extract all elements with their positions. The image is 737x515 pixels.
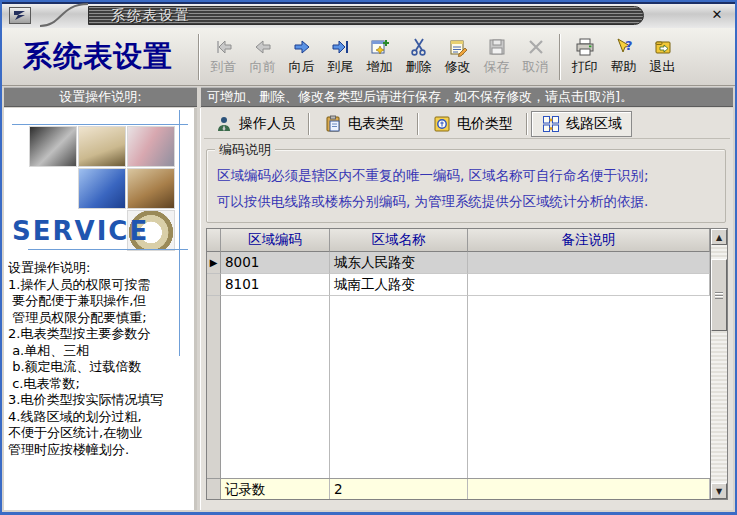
- record-count-label: 记录数: [221, 479, 330, 499]
- tab-line-areas-label: 线路区域: [566, 115, 622, 133]
- photo-pen: [78, 126, 126, 167]
- prev-record-icon: [252, 36, 274, 58]
- scrollbar-track[interactable]: [711, 245, 727, 483]
- page-title: 系统表设置: [2, 37, 194, 77]
- delete-scissors-icon: [408, 36, 430, 58]
- titlebar-curve-decoration: [32, 2, 92, 28]
- tab-operators[interactable]: 操作人员: [204, 111, 305, 137]
- instructions-text: 设置操作说明: 1.操作人员的权限可按需 要分配便于兼职操作,但 管理员权限分配…: [8, 260, 194, 510]
- cell-area-code[interactable]: 8001: [221, 252, 330, 274]
- cell-area-note[interactable]: [468, 274, 710, 296]
- last-record-button[interactable]: 到尾: [321, 32, 360, 82]
- print-button[interactable]: 打印: [565, 32, 604, 82]
- prev-record-button[interactable]: 向前: [243, 32, 282, 82]
- service-text: SERVICE: [12, 216, 149, 246]
- tab-price-types-label: 电价类型: [457, 115, 513, 133]
- save-button[interactable]: 保存: [477, 32, 516, 82]
- groupbox-line-1: 区域编码必须是辖区内不重复的唯一编码, 区域名称可自行命名便于识别;: [217, 162, 719, 188]
- toolbar-separator: [198, 34, 200, 80]
- add-record-icon: [369, 36, 391, 58]
- cell-area-note[interactable]: [468, 252, 710, 274]
- delete-record-label: 删除: [406, 58, 432, 76]
- exit-label: 退出: [650, 58, 676, 76]
- row-indicator: [207, 296, 221, 478]
- tab-separator: [308, 113, 310, 135]
- table-header-row: 区域编码 区域名称 备注说明: [207, 229, 710, 252]
- close-button[interactable]: ✕: [707, 7, 727, 24]
- code-description-groupbox: 编码说明 区域编码必须是辖区内不重复的唯一编码, 区域名称可自行命名便于识别; …: [206, 149, 726, 223]
- printer-icon: [574, 36, 596, 58]
- first-record-label: 到首: [211, 58, 237, 76]
- cell-area-code[interactable]: 8101: [221, 274, 330, 296]
- cancel-button[interactable]: 取消: [516, 32, 555, 82]
- groupbox-line-2: 可以按供电线路或楼栋分别编码, 为管理系统提供分区域统计分析的依据.: [217, 188, 719, 214]
- app-logo-icon: [9, 7, 31, 24]
- row-selected-marker: ▶: [207, 252, 221, 274]
- column-header-name[interactable]: 区域名称: [330, 229, 468, 252]
- empty-cell: [221, 296, 330, 478]
- table-header-indicator: [207, 229, 221, 252]
- window-title: 系统表设置: [89, 7, 191, 25]
- titlebar-stripe-band: 系统表设置: [88, 6, 644, 25]
- app-window: 系统表设置 ✕ 系统表设置 到首 向前 向后: [0, 0, 737, 515]
- exit-button[interactable]: 退出: [643, 32, 682, 82]
- table-row[interactable]: ▶ 8001 城东人民路变: [207, 252, 710, 274]
- table-empty-area: [207, 296, 710, 478]
- svg-text:?: ?: [625, 38, 633, 53]
- price-type-icon: [432, 114, 452, 134]
- main-panel: 操作人员 电表类型 电价类型 线路区域: [200, 108, 733, 510]
- exit-icon: [652, 36, 674, 58]
- line-area-icon: [541, 114, 561, 134]
- add-record-button[interactable]: 增加: [360, 32, 399, 82]
- last-record-label: 到尾: [328, 58, 354, 76]
- delete-record-button[interactable]: 删除: [399, 32, 438, 82]
- cell-area-name[interactable]: 城南工人路变: [330, 274, 468, 296]
- tab-line-areas[interactable]: 线路区域: [531, 111, 632, 137]
- main-toolbar: 系统表设置 到首 向前 向后 到尾: [2, 28, 735, 86]
- last-record-icon: [330, 36, 352, 58]
- collage-line: [28, 249, 188, 250]
- next-record-icon: [291, 36, 313, 58]
- table-vertical-scrollbar[interactable]: ▲ ▼: [710, 229, 727, 499]
- sidebar-header: 设置操作说明:: [4, 87, 197, 107]
- notice-text: 可增加、删除、修改各类型后请进行保存，如不保存修改，请点击[取消]。: [207, 88, 633, 106]
- first-record-icon: [213, 36, 235, 58]
- scroll-up-button[interactable]: ▲: [711, 229, 727, 245]
- sidebar-header-label: 设置操作说明:: [59, 88, 141, 106]
- scrollbar-thumb[interactable]: [711, 259, 727, 331]
- next-record-button[interactable]: 向后: [282, 32, 321, 82]
- print-label: 打印: [572, 58, 598, 76]
- cell-area-name[interactable]: 城东人民路变: [330, 252, 468, 274]
- record-count-value: 2: [330, 479, 468, 499]
- empty-cell: [330, 296, 468, 478]
- tab-operators-label: 操作人员: [239, 115, 295, 133]
- service-collage-image: SERVICE: [4, 108, 194, 256]
- table-row[interactable]: 8101 城南工人路变: [207, 274, 710, 296]
- edit-record-label: 修改: [445, 58, 471, 76]
- scroll-down-button[interactable]: ▼: [711, 483, 727, 499]
- column-header-note[interactable]: 备注说明: [468, 229, 710, 252]
- meter-type-icon: [323, 114, 343, 134]
- operator-icon: [214, 114, 234, 134]
- edit-record-button[interactable]: 修改: [438, 32, 477, 82]
- title-bar: 系统表设置 ✕: [2, 2, 735, 28]
- add-record-label: 增加: [367, 58, 393, 76]
- collage-line: [12, 124, 188, 125]
- cancel-x-icon: [525, 36, 547, 58]
- column-header-code[interactable]: 区域编码: [221, 229, 330, 252]
- groupbox-title: 编码说明: [215, 141, 275, 159]
- save-label: 保存: [484, 58, 510, 76]
- help-cursor-icon: ?: [613, 36, 635, 58]
- footer-empty-cell: [468, 479, 710, 499]
- category-tabs: 操作人员 电表类型 电价类型 线路区域: [204, 110, 730, 139]
- photo-tools: [29, 126, 77, 167]
- scrollbar-grip: [715, 292, 723, 299]
- help-button[interactable]: ? 帮助: [604, 32, 643, 82]
- tab-meter-types[interactable]: 电表类型: [313, 111, 414, 137]
- notice-bar: 可增加、删除、修改各类型后请进行保存，如不保存修改，请点击[取消]。: [201, 87, 733, 107]
- tab-separator: [417, 113, 419, 135]
- empty-cell: [468, 296, 710, 478]
- cancel-label: 取消: [523, 58, 549, 76]
- tab-price-types[interactable]: 电价类型: [422, 111, 523, 137]
- first-record-button[interactable]: 到首: [204, 32, 243, 82]
